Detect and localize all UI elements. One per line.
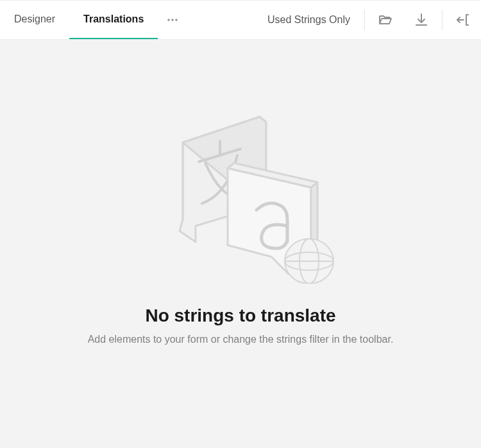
download-button[interactable] (403, 1, 439, 39)
empty-state-illustration (144, 91, 337, 284)
empty-state-title: No strings to translate (145, 306, 335, 326)
svg-point-1 (172, 19, 174, 21)
toolbar-separator (364, 10, 365, 30)
tab-translations[interactable]: Translations (69, 1, 158, 39)
svg-point-0 (168, 19, 170, 21)
main-content: No strings to translate Add elements to … (0, 40, 481, 448)
import-button[interactable] (445, 1, 481, 39)
more-options-icon (166, 13, 179, 26)
import-icon (455, 12, 471, 28)
top-toolbar: Designer Translations Used Strings Only (0, 0, 481, 40)
svg-point-2 (176, 19, 178, 21)
folder-open-icon (378, 12, 393, 28)
toolbar-spacer (187, 1, 256, 39)
open-button[interactable] (367, 1, 403, 39)
toolbar-separator (442, 10, 443, 30)
download-icon (414, 12, 429, 28)
tab-designer[interactable]: Designer (0, 1, 69, 39)
more-options-button[interactable] (158, 1, 187, 39)
empty-state-subtitle: Add elements to your form or change the … (88, 334, 394, 345)
used-strings-toggle[interactable]: Used Strings Only (256, 1, 362, 39)
